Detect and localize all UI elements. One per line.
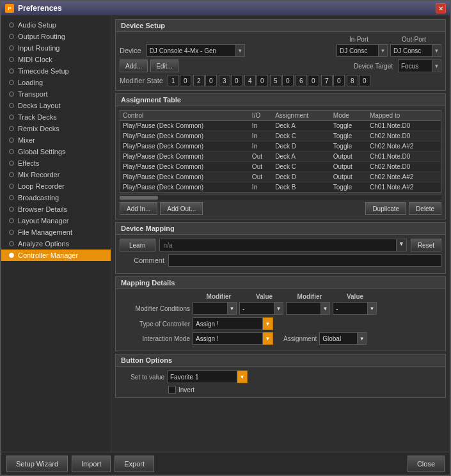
sidebar-item-midi-clock[interactable]: MIDI Clock [1,54,111,65]
modifier-val-5[interactable]: 0 [282,75,294,86]
sidebar-item-mix-recorder[interactable]: Mix Recorder [1,169,111,180]
table-cell: Toggle [331,141,367,152]
modifier-val-7[interactable]: 0 [333,75,345,86]
horizontal-scrollbar[interactable] [120,194,441,200]
sidebar-item-effects[interactable]: Effects [1,157,111,169]
assignment-table-scroll[interactable]: Control I/O Assignment Mode Mapped to Pl… [120,110,441,193]
in-port-dropdown[interactable]: DJ Consc ▼ [336,44,388,57]
device-target-arrow[interactable]: ▼ [432,60,441,72]
sidebar-item-transport[interactable]: Transport [1,88,111,100]
table-row[interactable]: Play/Pause (Deck Common)InDeck AToggleCh… [120,121,441,131]
sidebar-item-browser-details[interactable]: Browser Details [1,203,111,215]
mod-cond-dash-dropdown-2[interactable]: - ▼ [333,302,377,315]
mod-cond-arrow-2[interactable]: ▼ [321,302,330,315]
table-cell: Out [249,172,273,182]
in-port-arrow[interactable]: ▼ [379,44,388,57]
modifier-val-4[interactable]: 0 [257,75,268,86]
device-target-dropdown[interactable]: Focus ▼ [398,60,441,72]
modifier-2: 2 0 [193,75,217,86]
mod-cond-dropdown-2[interactable]: ▼ [286,302,330,315]
favorite-arrow[interactable]: ▼ [237,370,248,383]
sidebar-dot [9,161,14,166]
out-port-arrow[interactable]: ▼ [432,44,441,57]
modifier-val-6[interactable]: 0 [308,75,319,86]
edit-button[interactable]: Edit... [150,60,178,72]
assignment-global-group: Assignment Global ▼ [283,332,367,345]
assignment-table-body: Control I/O Assignment Mode Mapped to Pl… [116,106,445,219]
sidebar-item-broadcasting[interactable]: Broadcasting [1,192,111,203]
sidebar-item-mixer[interactable]: Mixer [1,134,111,146]
favorite-dropdown[interactable]: Favorite 1 ▼ [167,370,248,383]
add-button[interactable]: Add... [120,60,148,72]
modifier-val-1[interactable]: 0 [180,75,191,86]
table-row[interactable]: Play/Pause (Deck Common)OutDeck AOutputC… [120,152,441,162]
sidebar-item-file-management[interactable]: File Management [1,226,111,238]
table-cell: Toggle [331,182,367,193]
import-button[interactable]: Import [72,456,111,472]
window-close-button[interactable]: ✕ [436,3,446,13]
mod-cond-arrow-1[interactable]: ▼ [228,302,237,315]
sidebar-item-timecode-setup[interactable]: Timecode Setup [1,65,111,77]
interaction-mode-arrow[interactable]: ▼ [263,332,273,345]
add-out-button[interactable]: Add Out... [160,202,203,215]
reset-button[interactable]: Reset [411,239,441,251]
sidebar-item-input-routing[interactable]: Input Routing [1,42,111,54]
interaction-mode-dropdown[interactable]: Assign ! ▼ [193,332,273,345]
value-col-2: Value [336,293,374,300]
sidebar-item-decks-layout[interactable]: Decks Layout [1,100,111,111]
table-cell: Ch01.Note.D0 [367,121,441,131]
setup-wizard-button[interactable]: Setup Wizard [6,456,68,472]
type-controller-dropdown[interactable]: Assign ! ▼ [193,317,273,330]
modifier-val-8[interactable]: 0 [359,75,370,86]
mod-cond-dash-dropdown-1[interactable]: - ▼ [239,302,283,315]
export-button[interactable]: Export [115,456,154,472]
sidebar-item-analyze-options[interactable]: Analyze Options [1,238,111,250]
add-in-button[interactable]: Add In... [120,202,157,215]
sidebar-item-track-decks[interactable]: Track Decks [1,111,111,123]
table-row[interactable]: Play/Pause (Deck Common)OutDeck COutputC… [120,162,441,172]
sidebar-item-controller-manager[interactable]: Controller Manager [1,250,111,261]
invert-checkbox[interactable] [168,386,176,393]
sidebar-item-global-settings[interactable]: Global Settings [1,146,111,157]
col-mode: Mode [331,111,367,121]
table-row[interactable]: Play/Pause (Deck Common)InDeck BToggleCh… [120,182,441,193]
mapping-details-body: Modifier Value Modifier Value Modifier C… [116,289,445,351]
mod-cond-dropdown-1[interactable]: ▼ [193,302,237,315]
modifier-val-3[interactable]: 0 [231,75,242,86]
table-cell: Out [249,193,273,194]
mod-cond-dash-arrow-2[interactable]: ▼ [368,302,377,315]
table-row[interactable]: Play/Pause (Deck Common)InDeck CToggleCh… [120,131,441,141]
duplicate-button[interactable]: Duplicate [365,202,406,215]
col-io: I/O [249,111,273,121]
sidebar-item-audio-setup[interactable]: Audio Setup [1,19,111,31]
sidebar-item-remix-decks[interactable]: Remix Decks [1,123,111,134]
assignment-arrow[interactable]: ▼ [358,332,367,345]
sidebar-item-loop-recorder[interactable]: Loop Recorder [1,180,111,192]
md-column-headers: Modifier Value Modifier Value [120,293,441,300]
table-cell: Play/Pause (Deck Common) [120,141,249,152]
assignment-dropdown[interactable]: Global ▼ [319,332,367,345]
comment-input[interactable] [168,254,441,267]
table-cell: In [249,141,273,152]
scrollbar-thumb[interactable] [120,196,158,200]
table-row[interactable]: Play/Pause (Deck Common)OutDeck BOutputC… [120,193,441,194]
modifier-state-row: Modifier State 1 0 2 0 3 0 [120,75,441,86]
table-cell: Deck A [273,121,331,131]
table-row[interactable]: Play/Pause (Deck Common)OutDeck DOutputC… [120,172,441,182]
type-controller-arrow[interactable]: ▼ [263,317,273,330]
delete-button[interactable]: Delete [409,202,441,215]
learn-button[interactable]: Learn [120,239,155,251]
sidebar-item-output-routing[interactable]: Output Routing [1,31,111,42]
mod-cond-dash-arrow-1[interactable]: ▼ [274,302,283,315]
sidebar-item-layout-manager[interactable]: Layout Manager [1,215,111,226]
out-port-dropdown[interactable]: DJ Consc ▼ [390,44,441,57]
modifier-val-2[interactable]: 0 [205,75,217,86]
table-row[interactable]: Play/Pause (Deck Common)InDeck DToggleCh… [120,141,441,152]
value-dropdown-arrow[interactable]: ▼ [397,239,407,251]
table-cell: Output [331,152,367,162]
sidebar-item-loading[interactable]: Loading [1,77,111,88]
device-dropdown[interactable]: DJ Console 4-Mx - Gen ▼ [146,44,245,57]
device-dropdown-arrow[interactable]: ▼ [236,44,245,57]
close-button[interactable]: Close [407,456,445,472]
sidebar-dot [9,68,14,74]
